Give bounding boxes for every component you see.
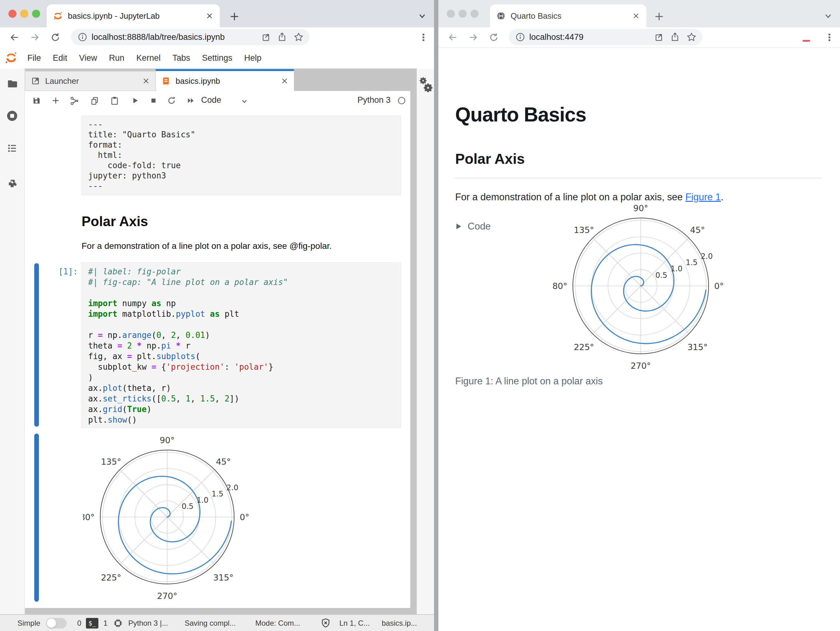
svg-text:2.0: 2.0	[701, 252, 713, 261]
close-window-button[interactable]	[8, 9, 16, 18]
output-collapser[interactable]	[34, 433, 39, 602]
restart-run-all-icon[interactable]	[186, 96, 196, 105]
minimize-window-button[interactable]	[459, 9, 467, 18]
url-text[interactable]: localhost:8888/lab/tree/basics.ipynb	[92, 32, 261, 42]
tab-launcher[interactable]: Launcher	[25, 71, 156, 91]
close-tab-icon[interactable]	[281, 77, 288, 85]
code-cell[interactable]: #| label: fig-polar#| fig-cap: "A line p…	[82, 263, 401, 428]
close-tab-icon[interactable]	[142, 77, 150, 85]
tab-search-chevron-icon[interactable]	[417, 11, 427, 21]
back-icon[interactable]	[448, 32, 458, 42]
property-inspector-gears-icon[interactable]	[418, 76, 434, 94]
menu-item-settings[interactable]: Settings	[202, 53, 232, 63]
menu-item-view[interactable]: View	[79, 53, 97, 63]
kernel-status-text[interactable]: Python 3 |...	[128, 619, 168, 628]
globe-icon	[496, 11, 505, 21]
tab-notebook[interactable]: basics.ipynb	[156, 69, 294, 91]
menu-item-file[interactable]: File	[27, 53, 41, 63]
menu-item-edit[interactable]: Edit	[53, 53, 68, 63]
figure-caption: Figure 1: A line plot on a polar axis	[455, 376, 603, 387]
share-icon[interactable]	[670, 32, 680, 42]
tab-notebook-label: basics.ipynb	[175, 76, 281, 86]
new-tab-button[interactable]	[229, 11, 240, 22]
polar-chart-notebook: 0°45°90°135°180°225°270°315°0.51.01.52.0	[83, 433, 251, 601]
page-title: Quarto Basics	[455, 103, 586, 126]
browser-menu-icon[interactable]	[418, 32, 428, 42]
profile-indicator	[803, 40, 810, 42]
site-info-icon[interactable]	[516, 32, 525, 42]
kernel-name[interactable]: Python 3	[357, 95, 391, 105]
kernel-status-icon[interactable]	[397, 96, 406, 105]
share-icon[interactable]	[277, 32, 287, 42]
menu-item-run[interactable]: Run	[109, 53, 125, 63]
command-mode-status[interactable]: Mode: Com...	[255, 619, 300, 628]
open-in-window-icon[interactable]	[654, 32, 664, 42]
jupyterlab-statusbar: Simple 0 $_ 1 Python 3 |... Saving compl…	[0, 614, 434, 631]
run-cell-icon[interactable]	[130, 96, 139, 105]
menu-item-help[interactable]: Help	[244, 53, 262, 63]
restart-kernel-icon[interactable]	[167, 96, 176, 105]
browser-toolbar: localhost:4479	[438, 27, 840, 47]
kernels-count[interactable]: 1	[103, 619, 107, 628]
notebook-panel: ---title: "Quarto Basics"format: html: c…	[25, 110, 411, 608]
new-tab-button[interactable]	[654, 11, 665, 22]
tab-search-chevron-icon[interactable]	[823, 11, 833, 21]
address-bar[interactable]: localhost:8888/lab/tree/basics.ipynb	[71, 29, 309, 45]
code-fold-toggle[interactable]: Code	[455, 221, 491, 232]
browser-tab[interactable]: Quarto Basics	[490, 4, 646, 27]
cursor-position[interactable]: Ln 1, C...	[339, 619, 369, 628]
terminal-icon[interactable]: $_	[86, 618, 98, 628]
cell-collapser[interactable]	[34, 263, 39, 427]
terminals-count[interactable]: 0	[77, 619, 81, 628]
statusbar-filename[interactable]: basics.ip...	[382, 619, 417, 628]
extension-manager-icon[interactable]	[6, 177, 18, 189]
reload-icon[interactable]	[489, 32, 499, 42]
bookmark-star-icon[interactable]	[686, 32, 697, 42]
file-browser-icon[interactable]	[6, 78, 18, 89]
simple-mode-toggle[interactable]	[46, 618, 66, 628]
raw-cell[interactable]: ---title: "Quarto Basics"format: html: c…	[82, 116, 401, 195]
chevron-down-icon[interactable]	[240, 97, 248, 105]
open-in-window-icon[interactable]	[261, 32, 271, 42]
menu-item-tabs[interactable]: Tabs	[172, 53, 190, 63]
copy-cell-icon[interactable]	[90, 96, 99, 106]
cut-cell-icon[interactable]	[70, 96, 80, 106]
forward-icon[interactable]	[30, 32, 40, 42]
maximize-window-button[interactable]	[32, 9, 40, 18]
minimize-window-button[interactable]	[20, 9, 28, 18]
stop-kernel-icon[interactable]	[149, 96, 158, 105]
kernel-chip-icon[interactable]	[113, 618, 123, 628]
menu-item-kernel[interactable]: Kernel	[136, 53, 161, 63]
paste-cell-icon[interactable]	[110, 96, 120, 106]
trust-shield-icon[interactable]	[320, 618, 331, 629]
forward-icon[interactable]	[468, 32, 478, 42]
browser-tab[interactable]: basics.ipynb - JupyterLab	[47, 4, 220, 27]
traffic-lights-inactive	[447, 9, 478, 18]
browser-tabstrip: Quarto Basics	[438, 0, 840, 27]
save-icon[interactable]	[32, 96, 41, 105]
saving-status: Saving compl...	[185, 619, 236, 628]
close-tab-icon[interactable]	[632, 12, 640, 20]
maximize-window-button[interactable]	[471, 9, 478, 18]
svg-text:2.0: 2.0	[226, 483, 238, 492]
close-tab-icon[interactable]	[205, 12, 213, 20]
url-text[interactable]: localhost:4479	[529, 32, 654, 42]
quarto-browser-window: Quarto Basics	[438, 0, 840, 631]
quarto-page: Quarto Basics Polar Axis For a demonstra…	[438, 47, 840, 631]
svg-text:0°: 0°	[714, 281, 724, 291]
cell-type-dropdown[interactable]: Code	[201, 95, 221, 105]
bookmark-star-icon[interactable]	[293, 32, 304, 42]
add-cell-icon[interactable]	[51, 96, 60, 105]
address-bar[interactable]: localhost:4479	[509, 29, 703, 45]
back-icon[interactable]	[9, 32, 19, 42]
svg-text:1.0: 1.0	[196, 496, 208, 504]
code-lines: #| label: fig-polar#| fig-cap: "A line p…	[88, 266, 395, 425]
browser-menu-icon[interactable]	[824, 32, 834, 42]
close-window-button[interactable]	[447, 9, 455, 18]
site-info-icon[interactable]	[78, 32, 87, 42]
reload-icon[interactable]	[51, 32, 60, 42]
table-of-contents-icon[interactable]	[6, 142, 18, 154]
markdown-paragraph: For a demonstration of a line plot on a …	[82, 241, 332, 251]
running-kernels-icon[interactable]	[6, 110, 18, 122]
svg-text:0.5: 0.5	[182, 502, 193, 511]
